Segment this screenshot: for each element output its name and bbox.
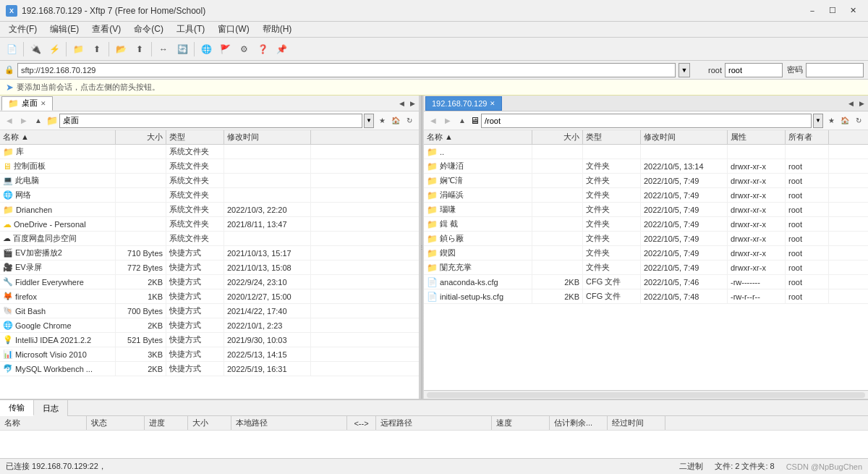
left-col-name[interactable]: 名称 ▲: [0, 130, 116, 144]
menu-tools[interactable]: 工具(T): [171, 22, 210, 37]
left-file-row-2[interactable]: 💻此电脑 系统文件夹: [0, 174, 419, 188]
left-file-row-6[interactable]: ☁百度网盘同步空间 系统文件夹: [0, 232, 419, 246]
left-col-modified[interactable]: 修改时间: [224, 130, 311, 144]
right-col-size[interactable]: 大小: [532, 130, 583, 144]
left-file-row-5[interactable]: ☁OneDrive - Personal 系统文件夹 2021/8/11, 13…: [0, 217, 419, 232]
globe-button[interactable]: 🌐: [197, 41, 215, 58]
left-col-type[interactable]: 类型: [166, 130, 224, 144]
right-col-owner[interactable]: 所有者: [786, 130, 829, 144]
right-file-row-0[interactable]: 📁..: [424, 145, 868, 159]
right-bookmark-button[interactable]: ★: [825, 114, 838, 127]
right-file-row-5[interactable]: 📁鍓 截 文件夹 2022/10/5, 7:49 drwxr-xr-x root: [424, 217, 868, 232]
local-nav-button[interactable]: ⬆: [88, 41, 106, 58]
left-bookmark-button[interactable]: ★: [375, 114, 388, 127]
right-file-row-4[interactable]: 📁瑙嗛 文件夹 2022/10/5, 7:49 drwxr-xr-x root: [424, 203, 868, 217]
right-panel-nav-next[interactable]: ▶: [856, 96, 867, 111]
transfer-button[interactable]: ↔: [155, 41, 172, 58]
address-input[interactable]: [17, 63, 676, 77]
path-folder-icon: 📁: [46, 115, 58, 126]
right-col-type[interactable]: 类型: [583, 130, 641, 144]
left-file-row-15[interactable]: 🐬MySQL Workbench ... 2KB 快捷方式 2022/5/19,…: [0, 362, 419, 376]
left-back-button[interactable]: ◀: [3, 114, 16, 127]
maximize-button[interactable]: ☐: [823, 4, 842, 18]
right-path-input[interactable]: [481, 114, 812, 128]
right-col-name[interactable]: 名称 ▲: [424, 130, 532, 144]
flag-button[interactable]: 🚩: [216, 41, 234, 58]
remote-nav-button[interactable]: ⬆: [131, 41, 148, 58]
right-file-row-3[interactable]: 📁涓嶇浜 文件夹 2022/10/5, 7:49 drwxr-xr-x root: [424, 188, 868, 203]
address-dropdown[interactable]: ▼: [678, 63, 690, 77]
left-up-button[interactable]: ▲: [32, 114, 45, 127]
left-file-row-0[interactable]: 📁库 系统文件夹: [0, 145, 419, 159]
refresh-button[interactable]: 🔄: [174, 41, 191, 58]
disconnect-button[interactable]: ⚡: [46, 41, 63, 58]
status-files-info: 文件: 2 文件夹: 8: [715, 461, 775, 472]
gear-button[interactable]: ⚙: [235, 41, 252, 58]
password-input[interactable]: [806, 63, 864, 77]
left-tab-close[interactable]: ✕: [41, 100, 46, 107]
right-up-button[interactable]: ▲: [456, 114, 469, 127]
right-file-row-6[interactable]: 📁鍞ら厰 文件夹 2022/10/5, 7:49 drwxr-xr-x root: [424, 232, 868, 246]
close-button[interactable]: ✕: [843, 4, 862, 18]
right-path-bar: ◀ ▶ ▲ 🖥 ▼ ★ 🏠 ↻: [424, 111, 868, 130]
right-home-button[interactable]: 🏠: [838, 114, 851, 127]
app-shortcut-icon: 🎥: [3, 263, 13, 272]
right-panel-tab[interactable]: 192.168.70.129 ✕: [425, 96, 502, 111]
menu-file[interactable]: 文件(F): [3, 22, 43, 37]
left-panel-tab[interactable]: 📁 桌面 ✕: [1, 96, 53, 111]
left-panel-nav-next[interactable]: ▶: [407, 96, 417, 111]
right-file-row-7[interactable]: 📁鍥図 文件夹 2022/10/5, 7:49 drwxr-xr-x root: [424, 246, 868, 261]
menu-command[interactable]: 命令(C): [128, 22, 169, 37]
transfer-tab-transfer[interactable]: 传输: [0, 400, 34, 416]
right-file-row-9[interactable]: 📄anaconda-ks.cfg 2KB CFG 文件 2022/10/5, 7…: [424, 275, 868, 289]
right-panel-nav-prev[interactable]: ◀: [846, 96, 856, 111]
menu-edit[interactable]: 编辑(E): [44, 22, 85, 37]
new-session-button[interactable]: 📄: [3, 41, 20, 58]
left-file-row-4[interactable]: 📁Drianchen 系统文件夹 2022/10/3, 22:20: [0, 203, 419, 217]
menu-view[interactable]: 查看(V): [86, 22, 127, 37]
right-forward-button[interactable]: ▶: [441, 114, 454, 127]
folder-icon: 📁: [427, 219, 438, 229]
left-file-row-12[interactable]: 🌐Google Chrome 2KB 快捷方式 2022/10/1, 2:23: [0, 318, 419, 333]
left-file-row-14[interactable]: 📊Microsoft Visio 2010 3KB 快捷方式 2022/5/13…: [0, 347, 419, 362]
remote-folder-button[interactable]: 📂: [112, 41, 129, 58]
menu-window[interactable]: 窗口(W): [212, 22, 255, 37]
window-title: 192.168.70.129 - Xftp 7 (Free for Home/S…: [22, 6, 205, 16]
right-path-dropdown[interactable]: ▼: [813, 114, 823, 128]
left-refresh-button[interactable]: ↻: [403, 114, 416, 127]
username-input[interactable]: [725, 63, 783, 77]
left-file-row-7[interactable]: 🎬EV加密播放2 710 Bytes 快捷方式 2021/10/13, 15:1…: [0, 246, 419, 261]
pwd-label: 密码: [786, 64, 803, 75]
left-forward-button[interactable]: ▶: [17, 114, 30, 127]
right-tab-close[interactable]: ✕: [490, 100, 495, 107]
menu-help[interactable]: 帮助(H): [257, 22, 298, 37]
left-file-row-13[interactable]: 💡IntelliJ IDEA 2021.2.2 521 Bytes 快捷方式 2…: [0, 333, 419, 347]
left-file-row-3[interactable]: 🌐网络 系统文件夹: [0, 188, 419, 203]
right-col-modified[interactable]: 修改时间: [641, 130, 728, 144]
right-refresh-button[interactable]: ↻: [852, 114, 865, 127]
right-tab-bar: 192.168.70.129 ✕ ◀ ▶: [424, 96, 868, 111]
right-file-row-10[interactable]: 📄initial-setup-ks.cfg 2KB CFG 文件 2022/10…: [424, 289, 868, 304]
pin-button[interactable]: 📌: [273, 41, 290, 58]
minimize-button[interactable]: −: [803, 4, 822, 18]
right-file-row-2[interactable]: 📁娴℃湇 文件夹 2022/10/5, 7:49 drwxr-xr-x root: [424, 174, 868, 188]
left-home-button[interactable]: 🏠: [389, 114, 402, 127]
left-file-row-9[interactable]: 🔧Fiddler Everywhere 2KB 快捷方式 2022/9/24, …: [0, 275, 419, 289]
transfer-tab-log[interactable]: 日志: [34, 400, 68, 416]
left-col-size[interactable]: 大小: [116, 130, 166, 144]
right-back-button[interactable]: ◀: [427, 114, 440, 127]
left-panel-nav-prev[interactable]: ◀: [396, 96, 407, 111]
connect-button[interactable]: 🔌: [27, 41, 44, 58]
local-folder-button[interactable]: 📁: [69, 41, 87, 58]
help-button[interactable]: ❓: [254, 41, 271, 58]
left-file-row-10[interactable]: 🦊firefox 1KB 快捷方式 2020/12/27, 15:00: [0, 289, 419, 304]
left-file-row-11[interactable]: 🐚Git Bash 700 Bytes 快捷方式 2021/4/22, 17:4…: [0, 304, 419, 318]
right-file-row-8[interactable]: 📁闅充充掌 文件夹 2022/10/5, 7:49 drwxr-xr-x roo…: [424, 261, 868, 275]
left-path-dropdown[interactable]: ▼: [364, 114, 374, 128]
right-file-row-1[interactable]: 📁妗嗛洦 文件夹 2022/10/5, 13:14 drwxr-xr-x roo…: [424, 159, 868, 174]
right-hscrollbar[interactable]: [424, 390, 868, 399]
right-col-attr[interactable]: 属性: [728, 130, 786, 144]
left-file-row-8[interactable]: 🎥EV录屏 772 Bytes 快捷方式 2021/10/13, 15:08: [0, 261, 419, 275]
left-path-input[interactable]: [59, 114, 362, 128]
left-file-row-1[interactable]: 🖥控制面板 系统文件夹: [0, 159, 419, 174]
